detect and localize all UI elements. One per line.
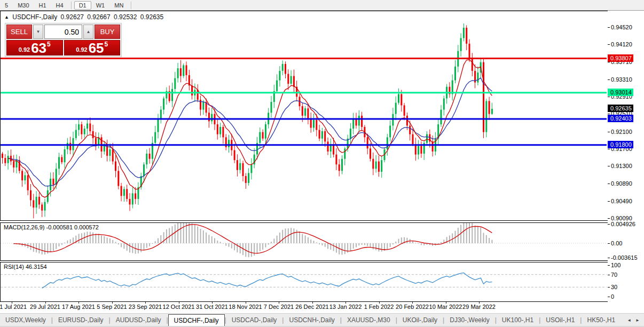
symbol-tab-ukoil[interactable]: UKOil-,Daily [397, 314, 443, 326]
candle-body [117, 171, 119, 186]
rsi-axis-label: 70 [611, 272, 617, 278]
candle-body [228, 140, 230, 147]
candle-body [171, 89, 173, 101]
timeframe-button-5[interactable]: 5 [0, 1, 13, 10]
candle-body [41, 204, 43, 210]
candle-body [418, 146, 419, 154]
candle-body [217, 124, 218, 134]
price-axis[interactable]: 0.945200.941200.937100.933100.929100.925… [608, 11, 644, 313]
candle-body [219, 127, 221, 134]
tab-scroll-arrows: ◄► [623, 314, 644, 326]
timeframe-button-m30[interactable]: M30 [13, 1, 34, 10]
symbol-tab-dj30[interactable]: DJ30-,Weekly [444, 314, 494, 326]
candle-body [432, 141, 434, 151]
sell-button[interactable]: SELL [6, 25, 32, 39]
symbol-tab-eurusd[interactable]: EURUSD-,Daily [53, 314, 109, 326]
tick-dash [608, 265, 610, 266]
ohlc-open: 0.92627 [61, 13, 84, 21]
candle-body [67, 143, 68, 149]
candle-body [404, 105, 405, 115]
candle-body [361, 116, 363, 127]
candle-body [143, 164, 145, 176]
candle-body [420, 146, 422, 154]
symbol-tab-hk50[interactable]: HK50-,H1 [582, 314, 621, 326]
volume-decrease-button[interactable]: ▼ [33, 25, 43, 39]
timeframe-button-d1[interactable]: D1 [74, 1, 91, 10]
buy-price-button[interactable]: 0.92 65 5 [64, 40, 121, 55]
toolbar-separator [131, 2, 131, 9]
tab-scroll-left-icon[interactable]: ◄ [627, 318, 631, 323]
rsi-indicator-pane[interactable]: RSI(14) 46.3154 [0, 262, 608, 302]
date-label: 11 Jul 2021 [0, 304, 27, 310]
macd-indicator-pane[interactable]: MACD(12,26,9) -0.000581 0.000572 [0, 222, 608, 261]
date-label: 26 Dec 2021 [295, 304, 328, 310]
candle-body [248, 173, 249, 183]
price-level-label: 0.93807 [608, 54, 633, 62]
timeframe-button-mn[interactable]: MN [109, 1, 128, 10]
buy-button[interactable]: BUY [95, 25, 120, 39]
symbol-tab-usdcad[interactable]: USDCAD-,Daily [226, 314, 282, 326]
candle-body [208, 113, 210, 121]
chevron-down-icon: ▼ [36, 29, 41, 34]
candle-body [489, 101, 490, 114]
symbol-tab-usoil[interactable]: USOil-,H1 [540, 314, 580, 326]
date-label: 13 Jan 2022 [329, 304, 362, 310]
volume-increase-button[interactable]: ▲ [83, 25, 93, 39]
candle-body [276, 81, 278, 91]
sell-price-button[interactable]: 0.92 63 5 [6, 40, 63, 55]
candle-body [477, 73, 478, 83]
timeframe-button-h1[interactable]: H1 [34, 1, 51, 10]
volume-input[interactable]: 0.50 [44, 25, 82, 39]
ohlc-low: 0.92532 [114, 13, 137, 21]
date-label: 5 Sep 2021 [97, 304, 127, 310]
tick-dash [608, 184, 610, 184]
date-label: 31 Oct 2021 [196, 304, 228, 310]
candle-body [466, 28, 467, 44]
rsi-chart[interactable] [1, 262, 607, 300]
candle-body [335, 155, 337, 165]
candle-body [441, 110, 442, 124]
candle-body [58, 157, 60, 169]
candle-body [290, 76, 292, 84]
candle-body [239, 163, 241, 170]
candle-body [307, 108, 309, 118]
candle-body [38, 197, 40, 205]
candle-body [158, 119, 159, 132]
symbol-tab-usdx[interactable]: USDX,Weekly [0, 314, 51, 326]
candle-body [491, 109, 493, 114]
symbol-tab-uk100[interactable]: UK100-,H1 [497, 314, 539, 326]
candle-body [356, 119, 357, 125]
symbol-tab-usdchf[interactable]: USDCHF-,Daily [168, 314, 225, 326]
candle-body [27, 175, 29, 190]
tick-dash [608, 287, 610, 288]
candle-body [367, 137, 368, 148]
ohlc-high: 0.92667 [87, 13, 110, 21]
symbol-tab-audusd[interactable]: AUDUSD-,Daily [111, 314, 167, 326]
candle-body [265, 124, 266, 139]
rsi-line [42, 273, 492, 288]
candle-body [89, 123, 91, 131]
date-axis[interactable]: 11 Jul 202129 Jul 202117 Aug 20215 Sep 2… [0, 302, 607, 313]
candle-body [339, 164, 340, 171]
candle-body [109, 149, 111, 156]
timeframe-button-h4[interactable]: H4 [51, 1, 68, 10]
candle-body [304, 108, 306, 116]
candle-body [375, 162, 377, 169]
ma-fast-line [8, 60, 492, 197]
tab-scroll-right-icon[interactable]: ► [635, 318, 640, 323]
price-level-label: 0.92403 [608, 115, 633, 122]
candle-body [132, 193, 133, 204]
candle-body [75, 130, 77, 138]
date-label: 29 Mar 2022 [462, 304, 496, 310]
timeframe-button-w1[interactable]: W1 [91, 1, 110, 10]
candle-body [463, 28, 465, 38]
symbol-tab-usdcnh[interactable]: USDCNH-,Daily [284, 314, 340, 326]
candle-body [400, 94, 402, 105]
buy-price-base: 0.92 [76, 46, 87, 53]
sell-price-base: 0.92 [19, 46, 30, 53]
candle-body [191, 85, 193, 95]
candle-body [211, 114, 213, 122]
candle-body [56, 169, 57, 185]
symbol-tab-xauusd[interactable]: XAUUSD-,M30 [342, 314, 396, 326]
candle-body [242, 163, 244, 176]
